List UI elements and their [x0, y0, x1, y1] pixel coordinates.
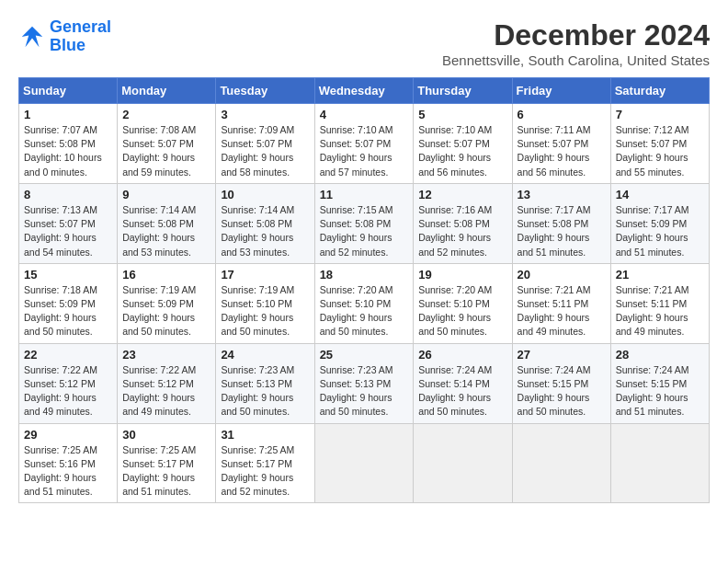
calendar-cell: 28 Sunrise: 7:24 AMSunset: 5:15 PMDaylig… — [610, 343, 709, 423]
calendar-day-header: Friday — [512, 78, 610, 104]
day-detail: Sunrise: 7:20 AMSunset: 5:10 PMDaylight:… — [418, 284, 492, 338]
calendar-cell: 11 Sunrise: 7:15 AMSunset: 5:08 PMDaylig… — [314, 183, 414, 263]
day-detail: Sunrise: 7:22 AMSunset: 5:12 PMDaylight:… — [122, 364, 196, 418]
calendar-cell: 19 Sunrise: 7:20 AMSunset: 5:10 PMDaylig… — [414, 263, 512, 343]
day-detail: Sunrise: 7:24 AMSunset: 5:15 PMDaylight:… — [518, 364, 591, 418]
day-number: 28 — [616, 348, 704, 362]
day-number: 16 — [122, 268, 210, 282]
day-detail: Sunrise: 7:19 AMSunset: 5:10 PMDaylight:… — [221, 284, 294, 338]
day-detail: Sunrise: 7:23 AMSunset: 5:13 PMDaylight:… — [320, 364, 393, 418]
calendar-day-header: Monday — [118, 78, 216, 104]
calendar-cell — [414, 423, 512, 503]
calendar-cell: 1 Sunrise: 7:07 AMSunset: 5:08 PMDayligh… — [19, 104, 118, 184]
calendar-cell: 16 Sunrise: 7:19 AMSunset: 5:09 PMDaylig… — [118, 263, 216, 343]
calendar-cell: 10 Sunrise: 7:14 AMSunset: 5:08 PMDaylig… — [216, 183, 314, 263]
calendar-cell: 7 Sunrise: 7:12 AMSunset: 5:07 PMDayligh… — [610, 104, 709, 184]
day-number: 5 — [418, 108, 506, 121]
title-area: December 2024 Bennettsville, South Carol… — [442, 18, 710, 68]
day-detail: Sunrise: 7:25 AMSunset: 5:17 PMDaylight:… — [122, 444, 196, 498]
logo-line2: Blue — [50, 36, 85, 54]
day-number: 9 — [122, 188, 210, 201]
calendar-day-header: Wednesday — [314, 78, 414, 104]
calendar-cell: 23 Sunrise: 7:22 AMSunset: 5:12 PMDaylig… — [118, 343, 216, 423]
day-detail: Sunrise: 7:17 AMSunset: 5:09 PMDaylight:… — [616, 204, 689, 258]
header: General Blue December 2024 Bennettsville… — [18, 18, 710, 68]
calendar-cell: 24 Sunrise: 7:23 AMSunset: 5:13 PMDaylig… — [216, 343, 314, 423]
logo-text: General Blue — [50, 18, 111, 55]
day-detail: Sunrise: 7:21 AMSunset: 5:11 PMDaylight:… — [616, 284, 689, 338]
day-number: 7 — [616, 108, 704, 121]
day-detail: Sunrise: 7:19 AMSunset: 5:09 PMDaylight:… — [122, 284, 196, 338]
day-detail: Sunrise: 7:25 AMSunset: 5:16 PMDaylight:… — [24, 444, 97, 498]
calendar-cell: 17 Sunrise: 7:19 AMSunset: 5:10 PMDaylig… — [216, 263, 314, 343]
day-detail: Sunrise: 7:14 AMSunset: 5:08 PMDaylight:… — [122, 204, 196, 258]
calendar-cell: 31 Sunrise: 7:25 AMSunset: 5:17 PMDaylig… — [216, 423, 314, 503]
calendar-day-header: Saturday — [610, 78, 709, 104]
location-title: Bennettsville, South Carolina, United St… — [442, 52, 710, 68]
day-number: 3 — [221, 108, 309, 121]
logo-line1: General — [50, 17, 111, 36]
calendar-week-row: 29 Sunrise: 7:25 AMSunset: 5:16 PMDaylig… — [19, 423, 710, 503]
logo: General Blue — [18, 18, 111, 55]
logo-bird-icon — [18, 23, 46, 51]
calendar-week-row: 8 Sunrise: 7:13 AMSunset: 5:07 PMDayligh… — [19, 183, 710, 263]
day-detail: Sunrise: 7:25 AMSunset: 5:17 PMDaylight:… — [221, 444, 294, 498]
calendar-cell: 30 Sunrise: 7:25 AMSunset: 5:17 PMDaylig… — [118, 423, 216, 503]
day-detail: Sunrise: 7:10 AMSunset: 5:07 PMDaylight:… — [418, 124, 492, 178]
day-number: 30 — [122, 428, 210, 442]
day-number: 1 — [24, 108, 112, 121]
calendar-cell: 22 Sunrise: 7:22 AMSunset: 5:12 PMDaylig… — [19, 343, 118, 423]
day-detail: Sunrise: 7:16 AMSunset: 5:08 PMDaylight:… — [418, 204, 492, 258]
day-number: 20 — [518, 268, 606, 282]
calendar-week-row: 1 Sunrise: 7:07 AMSunset: 5:08 PMDayligh… — [19, 104, 710, 184]
day-detail: Sunrise: 7:12 AMSunset: 5:07 PMDaylight:… — [616, 124, 689, 178]
calendar-cell — [314, 423, 414, 503]
day-number: 17 — [221, 268, 309, 282]
calendar-week-row: 15 Sunrise: 7:18 AMSunset: 5:09 PMDaylig… — [19, 263, 710, 343]
day-number: 4 — [320, 108, 409, 121]
calendar-cell: 8 Sunrise: 7:13 AMSunset: 5:07 PMDayligh… — [19, 183, 118, 263]
day-number: 13 — [518, 188, 606, 201]
day-detail: Sunrise: 7:20 AMSunset: 5:10 PMDaylight:… — [320, 284, 393, 338]
calendar-cell: 12 Sunrise: 7:16 AMSunset: 5:08 PMDaylig… — [414, 183, 512, 263]
calendar-cell — [610, 423, 709, 503]
calendar-cell: 6 Sunrise: 7:11 AMSunset: 5:07 PMDayligh… — [512, 104, 610, 184]
day-detail: Sunrise: 7:24 AMSunset: 5:14 PMDaylight:… — [418, 364, 492, 418]
calendar-cell: 2 Sunrise: 7:08 AMSunset: 5:07 PMDayligh… — [118, 104, 216, 184]
day-number: 22 — [24, 348, 112, 362]
day-number: 25 — [320, 348, 409, 362]
day-detail: Sunrise: 7:18 AMSunset: 5:09 PMDaylight:… — [24, 284, 97, 338]
calendar-cell: 4 Sunrise: 7:10 AMSunset: 5:07 PMDayligh… — [314, 104, 414, 184]
day-detail: Sunrise: 7:14 AMSunset: 5:08 PMDaylight:… — [221, 204, 294, 258]
calendar-cell: 26 Sunrise: 7:24 AMSunset: 5:14 PMDaylig… — [414, 343, 512, 423]
calendar-cell — [512, 423, 610, 503]
day-detail: Sunrise: 7:13 AMSunset: 5:07 PMDaylight:… — [24, 204, 97, 258]
day-number: 23 — [122, 348, 210, 362]
calendar-day-header: Thursday — [414, 78, 512, 104]
calendar-day-header: Tuesday — [216, 78, 314, 104]
day-detail: Sunrise: 7:22 AMSunset: 5:12 PMDaylight:… — [24, 364, 97, 418]
calendar: SundayMondayTuesdayWednesdayThursdayFrid… — [18, 77, 710, 503]
day-number: 19 — [418, 268, 506, 282]
svg-marker-0 — [22, 27, 43, 48]
day-number: 2 — [122, 108, 210, 121]
calendar-body: 1 Sunrise: 7:07 AMSunset: 5:08 PMDayligh… — [19, 104, 710, 503]
day-detail: Sunrise: 7:23 AMSunset: 5:13 PMDaylight:… — [221, 364, 294, 418]
day-number: 11 — [320, 188, 409, 201]
day-number: 21 — [616, 268, 704, 282]
day-detail: Sunrise: 7:07 AMSunset: 5:08 PMDaylight:… — [24, 124, 102, 178]
day-detail: Sunrise: 7:10 AMSunset: 5:07 PMDaylight:… — [320, 124, 393, 178]
day-number: 26 — [418, 348, 506, 362]
calendar-cell: 13 Sunrise: 7:17 AMSunset: 5:08 PMDaylig… — [512, 183, 610, 263]
calendar-cell: 15 Sunrise: 7:18 AMSunset: 5:09 PMDaylig… — [19, 263, 118, 343]
month-title: December 2024 — [442, 18, 710, 52]
day-detail: Sunrise: 7:24 AMSunset: 5:15 PMDaylight:… — [616, 364, 689, 418]
calendar-cell: 27 Sunrise: 7:24 AMSunset: 5:15 PMDaylig… — [512, 343, 610, 423]
day-detail: Sunrise: 7:08 AMSunset: 5:07 PMDaylight:… — [122, 124, 196, 178]
calendar-header-row: SundayMondayTuesdayWednesdayThursdayFrid… — [19, 78, 710, 104]
calendar-cell: 21 Sunrise: 7:21 AMSunset: 5:11 PMDaylig… — [610, 263, 709, 343]
calendar-cell: 3 Sunrise: 7:09 AMSunset: 5:07 PMDayligh… — [216, 104, 314, 184]
day-number: 27 — [518, 348, 606, 362]
day-detail: Sunrise: 7:11 AMSunset: 5:07 PMDaylight:… — [518, 124, 591, 178]
calendar-cell: 29 Sunrise: 7:25 AMSunset: 5:16 PMDaylig… — [19, 423, 118, 503]
